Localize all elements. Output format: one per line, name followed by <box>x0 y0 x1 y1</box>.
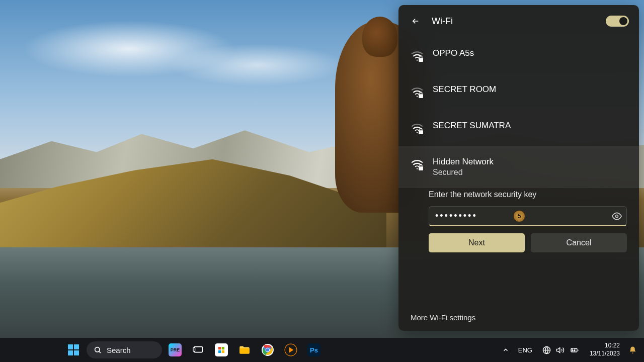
photoshop-icon: Ps <box>307 343 320 356</box>
svg-point-0 <box>417 60 418 61</box>
taskbar-app-taskview[interactable] <box>188 340 208 360</box>
next-button[interactable]: Next <box>429 233 525 252</box>
taskbar-left: Search PRE Ps <box>63 340 324 360</box>
chrome-icon <box>261 343 274 356</box>
notifications-button[interactable] <box>625 340 640 360</box>
svg-rect-13 <box>222 347 224 349</box>
svg-rect-12 <box>218 347 221 349</box>
network-list: OPPO A5s SECRET ROOM SECRET SUMATRA <box>398 37 639 188</box>
wifi-secured-icon <box>411 122 424 135</box>
network-name: Hidden Network <box>433 157 494 167</box>
svg-rect-3 <box>419 94 423 98</box>
svg-rect-1 <box>419 58 423 62</box>
svg-point-6 <box>417 168 418 169</box>
wifi-secured-icon <box>411 158 424 171</box>
taskbar-app-explorer[interactable] <box>234 340 255 360</box>
premiere-icon: PRE <box>169 343 182 356</box>
wifi-panel: Wi-Fi OPPO A5s SECRET ROOM SECRET SU <box>398 5 639 331</box>
network-item-active[interactable]: Hidden Network Secured <box>398 146 639 188</box>
volume-icon <box>556 346 565 354</box>
show-password-button[interactable] <box>612 211 622 221</box>
security-key-label: Enter the network security key <box>429 190 627 199</box>
clock-time: 10:22 <box>605 342 620 350</box>
svg-point-8 <box>616 215 618 218</box>
svg-point-2 <box>417 96 418 97</box>
wifi-secured-icon <box>411 85 424 99</box>
back-button[interactable] <box>409 14 423 28</box>
svg-rect-15 <box>222 350 224 353</box>
tray-overflow-button[interactable] <box>498 340 513 360</box>
cursor-badge: 5 <box>513 210 525 222</box>
search-button[interactable]: Search <box>87 341 162 358</box>
cancel-button[interactable]: Cancel <box>531 233 627 252</box>
network-item[interactable]: SECRET ROOM <box>398 73 639 110</box>
network-name: SECRET ROOM <box>433 84 496 95</box>
taskbar-app-premiere[interactable]: PRE <box>165 340 185 360</box>
bell-icon <box>628 346 637 354</box>
windows-logo-icon <box>68 344 79 355</box>
system-tray-group[interactable] <box>537 340 585 360</box>
taskbar-app-msstore[interactable] <box>211 340 231 360</box>
search-label: Search <box>107 346 131 354</box>
taskview-icon <box>193 344 204 355</box>
more-wifi-settings-link[interactable]: More Wi-Fi settings <box>398 304 639 331</box>
msstore-icon <box>215 343 228 356</box>
desktop: Socbar.COM Wi-Fi OPPO A5s SECRET ROOM <box>0 0 644 362</box>
network-icon <box>542 346 551 354</box>
taskbar-right: ENG 10:22 13/11/2023 <box>498 340 640 360</box>
svg-point-19 <box>266 348 270 352</box>
svg-point-4 <box>417 132 418 133</box>
clock-date-text: 13/11/2023 <box>590 350 620 358</box>
wifi-secured-icon <box>411 49 424 62</box>
taskbar-app-photoshop[interactable]: Ps <box>304 340 324 360</box>
svg-point-9 <box>95 347 100 352</box>
network-status: Secured <box>433 168 494 177</box>
password-input[interactable] <box>429 206 627 226</box>
svg-rect-5 <box>419 130 423 134</box>
svg-rect-11 <box>193 347 195 351</box>
clock-date[interactable]: 10:22 13/11/2023 <box>586 342 624 357</box>
wifi-header: Wi-Fi <box>398 5 639 37</box>
arrow-left-icon <box>411 17 420 26</box>
network-name: SECRET SUMATRA <box>433 121 511 131</box>
connect-form: Enter the network security key 5 Next Ca… <box>398 188 639 264</box>
taskbar: Search PRE Ps <box>0 338 644 362</box>
battery-icon <box>570 346 580 354</box>
folder-icon <box>238 343 251 356</box>
taskbar-app-chrome[interactable] <box>258 340 278 360</box>
network-item[interactable]: OPPO A5s <box>398 37 639 73</box>
play-icon <box>284 343 297 356</box>
svg-rect-7 <box>419 166 423 170</box>
password-field-wrap: 5 <box>429 206 627 226</box>
network-name: OPPO A5s <box>433 48 474 58</box>
language-indicator[interactable]: ENG <box>514 340 536 360</box>
network-item[interactable]: SECRET SUMATRA <box>398 110 639 146</box>
taskbar-app-media[interactable] <box>281 340 301 360</box>
eye-icon <box>612 211 622 221</box>
svg-rect-14 <box>218 350 221 353</box>
start-button[interactable] <box>63 340 84 360</box>
button-row: Next Cancel <box>429 233 627 252</box>
chevron-up-icon <box>502 346 509 353</box>
wifi-toggle[interactable] <box>606 16 629 27</box>
search-icon <box>94 346 102 354</box>
wifi-title: Wi-Fi <box>432 16 597 27</box>
